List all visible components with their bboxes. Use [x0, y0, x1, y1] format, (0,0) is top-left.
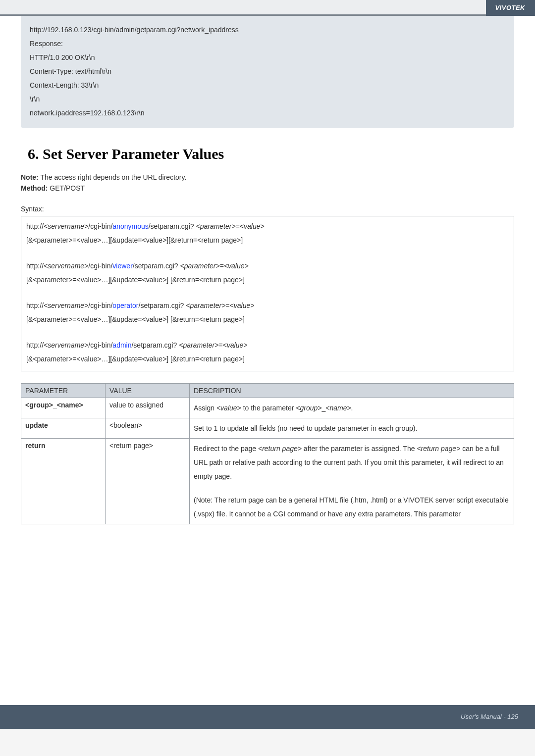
- note-text: The access right depends on the URL dire…: [39, 173, 187, 181]
- txt: /setparam.cgi?: [131, 341, 179, 349]
- note-line: Note: The access right depends on the UR…: [21, 173, 514, 181]
- cell-desc: Assign <value> to the parameter <group>_…: [190, 398, 514, 418]
- parameter: <parameter>: [196, 222, 235, 230]
- txt: http://: [26, 302, 44, 309]
- header-bar: VIVOTEK: [0, 0, 535, 16]
- txt: (Note: The return page can be a general …: [194, 496, 509, 518]
- spacer: [194, 483, 510, 493]
- txt: /setparam.cgi?: [139, 302, 186, 309]
- syntax-line: http://<servername>/cgi-bin/operator/set…: [26, 299, 509, 312]
- table-row: update <boolean> Set to 1 to update all …: [21, 418, 514, 439]
- footer-bar: User's Manual - 125: [0, 705, 535, 729]
- cell-value: <boolean>: [106, 418, 190, 439]
- method-text: GET/POST: [48, 184, 85, 192]
- code-line: Content-Type: text/html\r\n: [30, 64, 505, 78]
- txt: http://: [26, 222, 44, 230]
- txt: Redirect to the page: [194, 445, 258, 453]
- syntax-line: [&<parameter>=<value>…][&update=<value>]…: [26, 312, 509, 326]
- txt: =: [225, 302, 229, 309]
- txt: /setparam.cgi?: [149, 222, 196, 230]
- page-content: http://192.168.0.123/cgi-bin/admin/getpa…: [0, 16, 535, 729]
- syntax-box: http://<servername>/cgi-bin/anonymous/se…: [21, 216, 514, 371]
- code-line: HTTP/1.0 200 OK\r\n: [30, 50, 505, 64]
- parameter: <parameter>: [186, 302, 225, 309]
- txt: =: [220, 262, 224, 270]
- code-line: http://192.168.0.123/cgi-bin/admin/getpa…: [30, 23, 505, 37]
- italic: <return page>: [258, 445, 302, 453]
- servername: <servername>: [44, 222, 88, 230]
- role: viewer: [112, 262, 132, 270]
- code-line: Context-Length: 33\r\n: [30, 78, 505, 92]
- cell-desc: Redirect to the page <return page> after…: [190, 439, 514, 524]
- txt: after the parameter is assigned. The: [302, 445, 417, 453]
- servername: <servername>: [44, 341, 88, 349]
- syntax-line: http://<servername>/cgi-bin/viewer/setpa…: [26, 259, 509, 273]
- code-line: \r\n: [30, 92, 505, 106]
- syntax-line: [&<parameter>=<value>…][&update=<value>]…: [26, 233, 509, 247]
- syntax-group: http://<servername>/cgi-bin/admin/setpar…: [26, 338, 509, 366]
- italic: <group>: [296, 404, 321, 412]
- cell-value: value to assigned: [106, 398, 190, 418]
- cell-param: return: [21, 439, 106, 524]
- italic: <name>: [325, 404, 351, 412]
- role: anonymous: [112, 222, 148, 230]
- table-row: <group>_<name> value to assigned Assign …: [21, 398, 514, 418]
- syntax-line: [&<parameter>=<value>…][&update=<value>]…: [26, 273, 509, 287]
- cell-value: <return page>: [106, 439, 190, 524]
- parameter: <parameter>: [180, 262, 220, 270]
- txt: /cgi-bin/: [88, 302, 112, 309]
- parameter-table: PARAMETER VALUE DESCRIPTION <group>_<nam…: [21, 383, 514, 524]
- role: admin: [112, 341, 131, 349]
- parameter: <parameter>: [179, 341, 218, 349]
- request-response-block: http://192.168.0.123/cgi-bin/admin/getpa…: [21, 16, 514, 128]
- txt: Assign: [194, 404, 216, 412]
- servername: <servername>: [44, 302, 88, 309]
- syntax-label: Syntax:: [21, 205, 514, 213]
- syntax-group: http://<servername>/cgi-bin/anonymous/se…: [26, 219, 509, 247]
- txt: /cgi-bin/: [88, 341, 112, 349]
- col-parameter: PARAMETER: [21, 384, 106, 398]
- italic: <return page>: [417, 445, 460, 453]
- note-label: Note:: [21, 173, 39, 181]
- code-line: Response:: [30, 37, 505, 50]
- servername: <servername>: [44, 262, 88, 270]
- table-row: return <return page> Redirect to the pag…: [21, 439, 514, 524]
- section-title: 6. Set Server Parameter Values: [28, 146, 514, 162]
- txt: /setparam.cgi?: [133, 262, 180, 270]
- syntax-group: http://<servername>/cgi-bin/viewer/setpa…: [26, 259, 509, 287]
- txt: =: [218, 341, 222, 349]
- value: <value>: [230, 302, 255, 309]
- code-line: network.ipaddress=192.168.0.123\r\n: [30, 106, 505, 120]
- txt: http://: [26, 341, 44, 349]
- table-header-row: PARAMETER VALUE DESCRIPTION: [21, 384, 514, 398]
- cell-desc: Set to 1 to update all fields (no need t…: [190, 418, 514, 439]
- syntax-line: http://<servername>/cgi-bin/anonymous/se…: [26, 219, 509, 233]
- col-description: DESCRIPTION: [190, 384, 514, 398]
- col-value: VALUE: [106, 384, 190, 398]
- syntax-line: [&<parameter>=<value>…][&update=<value>]…: [26, 352, 509, 366]
- brand-label: VIVOTEK: [486, 0, 535, 16]
- italic: <value>: [216, 404, 241, 412]
- txt: http://: [26, 262, 44, 270]
- cell-param: <group>_<name>: [21, 398, 106, 418]
- value: <value>: [224, 262, 249, 270]
- method-line: Method: GET/POST: [21, 184, 514, 192]
- txt: /cgi-bin/: [88, 222, 112, 230]
- value: <value>: [223, 341, 248, 349]
- txt: to the parameter: [241, 404, 296, 412]
- syntax-line: http://<servername>/cgi-bin/admin/setpar…: [26, 338, 509, 352]
- role: operator: [112, 302, 138, 309]
- txt: /cgi-bin/: [88, 262, 112, 270]
- value: <value>: [240, 222, 265, 230]
- footer-text: User's Manual - 125: [461, 713, 518, 720]
- txt: =: [236, 222, 240, 230]
- syntax-group: http://<servername>/cgi-bin/operator/set…: [26, 299, 509, 326]
- method-label: Method:: [21, 184, 48, 192]
- cell-param: update: [21, 418, 106, 439]
- txt: .: [351, 404, 353, 412]
